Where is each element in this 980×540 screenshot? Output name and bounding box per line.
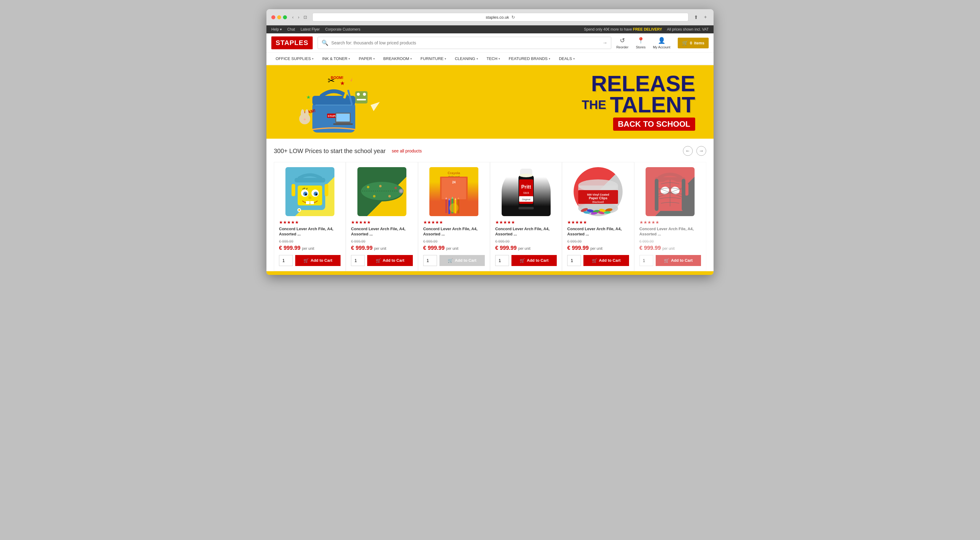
- nav-breakroom[interactable]: BREAKROOM ▾: [379, 52, 417, 65]
- product-card-2: ★★★★★ Concord Lever Arch File, A4,Assort…: [346, 162, 418, 271]
- forward-button[interactable]: ›: [296, 14, 301, 20]
- nav-office-supplies[interactable]: OFFICE SUPPLIES ▾: [271, 52, 318, 65]
- cart-count: 0: [690, 41, 692, 45]
- search-submit-button[interactable]: →: [602, 40, 607, 46]
- hero-sub: BACK TO SCHOOL: [613, 118, 695, 131]
- search-input[interactable]: [331, 40, 600, 45]
- quantity-input-6[interactable]: [640, 255, 653, 266]
- add-to-cart-button-3[interactable]: 🛒 Add to Cart: [439, 255, 485, 266]
- add-to-cart-row-6: 🛒 Add to Cart: [640, 255, 701, 266]
- add-to-cart-button-6[interactable]: 🛒 Add to Cart: [656, 255, 701, 266]
- help-link[interactable]: Help ▾: [271, 27, 282, 32]
- svg-rect-80: [519, 207, 534, 210]
- maximize-dot[interactable]: [283, 15, 287, 19]
- add-to-cart-button-4[interactable]: 🛒 Add to Cart: [511, 255, 557, 266]
- browser-titlebar: ‹ › ⊡ staples.co.uk ↻ ⬆ +: [266, 9, 714, 25]
- nav-cleaning[interactable]: CLEANING ▾: [450, 52, 482, 65]
- add-to-cart-row-2: 🛒 Add to Cart: [351, 255, 412, 266]
- svg-text:BOOM!: BOOM!: [331, 76, 343, 80]
- svg-text:★: ★: [306, 95, 310, 100]
- original-price-1: € 999.99: [279, 240, 293, 244]
- sale-price-4: € 999.99 per unit: [495, 245, 530, 251]
- stores-button[interactable]: 📍 Stores: [636, 37, 646, 49]
- svg-rect-41: [310, 201, 314, 204]
- nav-deals[interactable]: DEALS ▾: [555, 52, 579, 65]
- original-price-4: € 999.99: [495, 240, 510, 244]
- sale-price-5: € 999.99 per unit: [567, 245, 602, 251]
- cart-button[interactable]: 🛒 0 items: [678, 38, 709, 48]
- svg-point-20: [305, 109, 309, 118]
- stores-label: Stores: [636, 45, 646, 49]
- yellow-footer-strip: [266, 271, 714, 275]
- back-button[interactable]: ‹: [291, 14, 295, 20]
- svg-text:Pritt: Pritt: [521, 184, 531, 189]
- svg-rect-13: [357, 99, 366, 100]
- address-bar[interactable]: staples.co.uk ↻: [312, 13, 688, 21]
- chevron-down-icon: ▾: [445, 57, 446, 60]
- svg-point-54: [400, 189, 403, 192]
- svg-point-72: [449, 203, 458, 213]
- corporate-customers-link[interactable]: Corporate Customers: [325, 27, 360, 32]
- stores-icon: 📍: [637, 37, 645, 44]
- latest-flyer-link[interactable]: Latest Flyer: [301, 27, 320, 32]
- site-header: STAPLES 🔍 → ↺ Reorder 📍 Stores 👤 My Acco…: [266, 33, 714, 52]
- section-title: 300+ LOW Prices to start the school year: [274, 148, 385, 155]
- nav-featured-brands[interactable]: FEATURED BRANDS ▾: [504, 52, 555, 65]
- new-tab-button[interactable]: +: [702, 14, 709, 21]
- svg-text:Blackwell: Blackwell: [592, 200, 604, 203]
- hero-text: RELEASE THE TALENT BACK TO SCHOOL: [582, 73, 695, 131]
- nav-tech[interactable]: TECH ▾: [482, 52, 504, 65]
- refresh-icon[interactable]: ↻: [511, 15, 515, 20]
- svg-text:500 Vinyl Coated: 500 Vinyl Coated: [587, 193, 609, 196]
- hero-line2: THE: [582, 99, 606, 111]
- cart-icon-1: 🛒: [304, 258, 309, 263]
- product-stars-6: ★★★★★: [640, 220, 659, 225]
- close-dot[interactable]: [271, 15, 275, 19]
- nav-furniture[interactable]: FURNITURE ▾: [416, 52, 450, 65]
- carousel-next-button[interactable]: →: [697, 146, 706, 156]
- carousel-navigation: ← →: [683, 146, 706, 156]
- product-name-4: Concord Lever Arch File, A4,Assorted ...: [495, 227, 549, 237]
- svg-point-36: [315, 194, 317, 195]
- reorder-button[interactable]: ↺ Reorder: [616, 37, 628, 49]
- quantity-input-5[interactable]: [567, 255, 581, 266]
- chat-link[interactable]: Chat: [287, 27, 295, 32]
- product-card-3: Crayola Coloured Pencils 24: [418, 162, 490, 271]
- vat-message: All prices shown incl. VAT: [667, 27, 709, 32]
- product-card-4: Pritt Stick Original ★★★★★ Concord Lever…: [490, 162, 562, 271]
- original-price-6: € 999.99: [640, 240, 654, 244]
- see-all-link[interactable]: see all products: [392, 148, 422, 153]
- carousel-prev-button[interactable]: ←: [683, 146, 693, 156]
- add-to-cart-row-5: 🛒 Add to Cart: [567, 255, 629, 266]
- minimize-dot[interactable]: [277, 15, 281, 19]
- original-price-3: € 999.99: [423, 240, 438, 244]
- add-to-cart-button-5[interactable]: 🛒 Add to Cart: [584, 255, 629, 266]
- add-to-cart-button-1[interactable]: 🛒 Add to Cart: [295, 255, 340, 266]
- hero-line3: TALENT: [610, 94, 695, 115]
- product-grid: ★★★★★ Concord Lever Arch File, A4,Assort…: [274, 162, 706, 271]
- quantity-input-1[interactable]: [279, 255, 293, 266]
- product-stars-4: ★★★★★: [495, 220, 515, 225]
- nav-paper[interactable]: PAPER ▾: [354, 52, 379, 65]
- cart-icon-2: 🛒: [376, 258, 381, 263]
- reader-view-button[interactable]: ⊡: [302, 14, 309, 20]
- nav-ink-toner[interactable]: INK & TONER ▾: [318, 52, 355, 65]
- product-image-3: Crayola Coloured Pencils 24: [430, 167, 478, 216]
- chevron-down-icon: ▾: [477, 57, 478, 60]
- add-to-cart-label-4: Add to Cart: [527, 258, 549, 263]
- add-to-cart-label-6: Add to Cart: [671, 258, 693, 263]
- svg-rect-30: [298, 186, 322, 205]
- product-section: 300+ LOW Prices to start the school year…: [266, 139, 714, 271]
- add-to-cart-row-1: 🛒 Add to Cart: [279, 255, 340, 266]
- my-account-button[interactable]: 👤 My Account: [653, 37, 670, 49]
- chevron-down-icon: ▾: [549, 57, 550, 60]
- original-price-5: € 999.99: [567, 240, 582, 244]
- add-to-cart-row-4: 🛒 Add to Cart: [495, 255, 557, 266]
- site-logo[interactable]: STAPLES: [271, 37, 313, 49]
- quantity-input-2[interactable]: [351, 255, 365, 266]
- url-text: staples.co.uk: [486, 15, 509, 20]
- add-to-cart-button-2[interactable]: 🛒 Add to Cart: [367, 255, 412, 266]
- quantity-input-3[interactable]: [423, 255, 437, 266]
- share-button[interactable]: ⬆: [692, 14, 700, 21]
- quantity-input-4[interactable]: [495, 255, 509, 266]
